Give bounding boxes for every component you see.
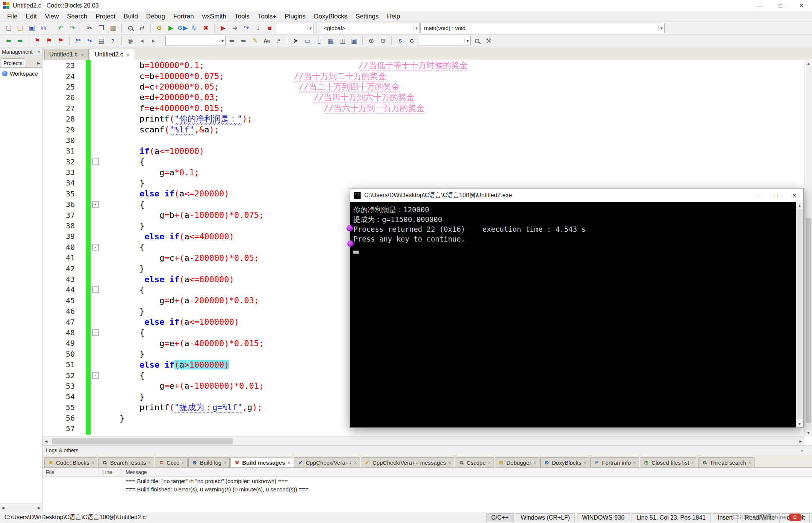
close-icon[interactable]: × [448, 460, 451, 465]
log-tab-cppcheck-vera[interactable]: ✔CppCheck/Vera++× [294, 457, 360, 467]
gutter[interactable] [80, 114, 100, 124]
line-number[interactable]: 53 [42, 382, 80, 391]
gutter[interactable] [80, 146, 100, 156]
code-text[interactable]: g=c+(a-200000)*0.05; [100, 253, 259, 263]
save-button[interactable]: ▣ [26, 23, 37, 33]
build-message-row[interactable]: === Build file: "no target" in "no proje… [42, 477, 812, 485]
code-text[interactable]: d=c+200000*0.05; //当二十万到四十万的奖金 [100, 81, 400, 93]
close-icon[interactable]: × [91, 460, 94, 465]
menu-item-file[interactable]: File [3, 11, 21, 22]
console-close-button[interactable]: ✕ [785, 189, 803, 202]
code-text[interactable]: { [100, 157, 144, 166]
menu-item-debug[interactable]: Debug [142, 11, 169, 22]
close-icon[interactable]: × [691, 460, 694, 465]
gutter[interactable]: - [80, 199, 100, 210]
line-number[interactable]: 38 [42, 221, 80, 230]
chevron-down-icon[interactable]: ▾ [219, 38, 224, 44]
code-text[interactable]: } [100, 264, 144, 273]
code-text[interactable]: g=b+(a-100000)*0.075; [100, 210, 264, 220]
line-number[interactable]: 34 [42, 178, 80, 187]
jump-forward-button[interactable]: ▸ [148, 36, 159, 46]
gutter[interactable] [80, 189, 100, 199]
log-tab-cscope[interactable]: Cscope× [455, 457, 494, 467]
code-text[interactable]: else if(a<=1000000) [100, 317, 239, 327]
menu-item-settings[interactable]: Settings [351, 11, 383, 22]
menu-item-wxsmith[interactable]: wxSmith [198, 11, 230, 22]
gutter[interactable] [80, 252, 100, 263]
line-number[interactable]: 26 [42, 93, 80, 102]
close-icon[interactable]: × [182, 460, 184, 465]
chevron-down-icon[interactable]: ▾ [307, 26, 312, 31]
thread-search-button[interactable] [471, 36, 482, 46]
match-case-toggle[interactable]: Aa [261, 36, 272, 46]
abort-build-button[interactable]: ✖ [200, 23, 211, 33]
view-combo[interactable]: ▾ [418, 36, 471, 46]
toggle-bookmark-button[interactable]: ⚑ [32, 36, 43, 46]
line-number[interactable]: 31 [42, 146, 80, 155]
code-text[interactable]: else if(a<=600000) [100, 275, 234, 284]
menu-item-view[interactable]: View [41, 11, 63, 22]
close-button[interactable]: ✕ [791, 0, 812, 11]
column-header-line[interactable]: Line [99, 468, 122, 476]
wxsmith-panel-button[interactable]: ▣ [348, 36, 359, 46]
column-header-message[interactable]: Message [122, 468, 812, 476]
code-text[interactable]: } [100, 307, 144, 316]
fold-marker-icon[interactable]: - [92, 201, 99, 208]
fold-marker-icon[interactable]: - [92, 287, 99, 293]
close-icon[interactable]: × [488, 460, 491, 465]
sidebar-hscrollbar[interactable]: ◀ ▶ [0, 503, 42, 512]
code-text[interactable]: { [100, 285, 144, 295]
code-text[interactable]: { [100, 242, 144, 252]
gutter[interactable] [80, 391, 100, 402]
line-number[interactable]: 27 [42, 104, 80, 113]
build-target-combo[interactable]: ▾ [276, 23, 314, 33]
fold-marker-icon[interactable]: - [92, 158, 99, 165]
line-number[interactable]: 47 [42, 318, 80, 327]
rebuild-button[interactable]: ↻ [189, 23, 200, 33]
line-number[interactable]: 35 [42, 189, 80, 198]
highlight-occurrences-button[interactable]: ✎ [250, 36, 261, 46]
doxy-view-docs-button[interactable]: ? [108, 36, 118, 46]
search-prev-button[interactable]: ⬅ [226, 36, 237, 46]
scroll-up-icon[interactable]: ▲ [805, 60, 812, 67]
vscroll-thumb[interactable] [806, 218, 811, 423]
code-text[interactable]: scanf("%lf",&a); [100, 125, 219, 134]
scroll-right-icon[interactable]: ▶ [38, 506, 41, 510]
gutter[interactable] [80, 135, 100, 146]
line-number[interactable]: 25 [42, 82, 80, 91]
code-text[interactable]: printf("你的净利润是："); [100, 113, 252, 125]
line-number[interactable]: 55 [42, 403, 80, 412]
log-tab-thread-search[interactable]: Thread search× [698, 457, 754, 467]
tree-item-workspace[interactable]: Workspace [2, 70, 40, 77]
editor-tab-untitled1-c[interactable]: Untitled1.c× [44, 49, 89, 60]
log-tab-cppcheck-vera-messages[interactable]: ✔CppCheck/Vera++ messages× [361, 457, 454, 467]
hscroll-thumb[interactable] [52, 438, 233, 444]
code-text[interactable]: { [100, 200, 144, 209]
doxy-extract-docs-button[interactable]: ▤ [96, 36, 107, 46]
console-output[interactable]: 你的净利润是：120000提成为：g=11500.000000Process r… [350, 202, 796, 427]
line-number[interactable]: 46 [42, 307, 80, 316]
gutter[interactable] [80, 349, 100, 359]
code-text[interactable]: else if(a>1000000) [100, 360, 229, 369]
gutter[interactable] [80, 306, 100, 316]
replace-button[interactable]: ⇄ [136, 23, 147, 33]
line-number[interactable]: 29 [42, 125, 80, 134]
chevron-down-icon[interactable]: ▾ [658, 26, 663, 31]
line-number[interactable]: 56 [42, 414, 80, 423]
close-icon[interactable]: × [287, 460, 290, 465]
chevron-down-icon[interactable]: ▾ [413, 26, 418, 31]
menu-item-search[interactable]: Search [63, 11, 91, 22]
close-icon[interactable]: × [224, 460, 226, 465]
log-tab-code-blocks[interactable]: ❖Code::Blocks× [44, 457, 97, 467]
gutter[interactable]: - [80, 157, 100, 167]
wxsmith-grid-button[interactable]: ▦ [325, 36, 336, 46]
code-text[interactable]: } [100, 221, 144, 231]
log-tab-debugger[interactable]: ⚙Debugger× [495, 457, 539, 467]
menu-item-tools[interactable]: Tools [230, 11, 254, 22]
gutter[interactable] [80, 231, 100, 242]
code-text[interactable]: c=b+100000*0.075; //当十万到二十万的奖金 [100, 71, 386, 82]
gutter[interactable] [80, 263, 100, 274]
scope-combo[interactable]: <global>▾ [320, 23, 420, 33]
wxsmith-pointer-button[interactable]: ➤ [290, 36, 301, 46]
step-into-button[interactable]: ↓ [253, 23, 264, 33]
